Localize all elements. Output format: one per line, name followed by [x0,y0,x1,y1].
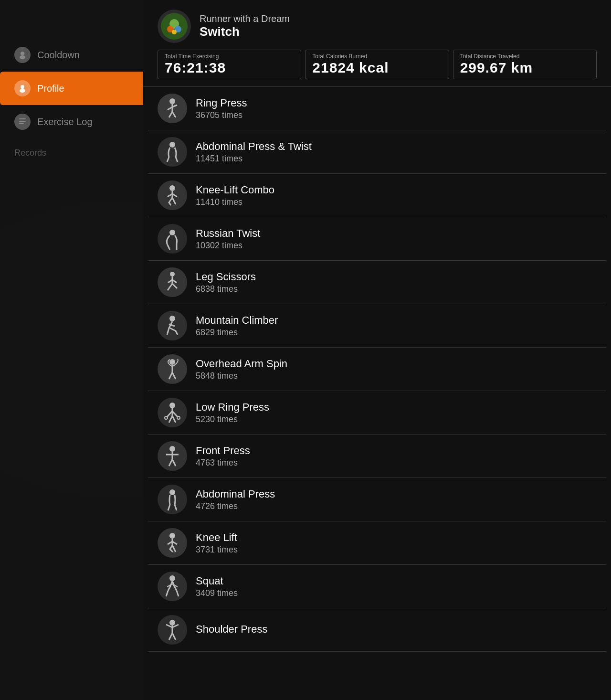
stats-row: Total Time Exercising 76:21:38 Total Cal… [158,50,597,79]
exercise-item: Squat 3409 times [148,565,606,608]
stat-calories: Total Calories Burned 21824 kcal [305,50,449,79]
stat-calories-value: 21824 kcal [312,60,442,76]
svg-point-35 [169,316,175,321]
svg-rect-5 [19,121,26,122]
exercise-name: Overhead Arm Spin [196,358,597,370]
exercise-avatar [158,224,187,254]
exercise-count: 6838 times [196,284,597,294]
exercise-item: Ring Press 36705 times [148,87,606,130]
svg-line-17 [172,112,176,117]
exercise-item: Mountain Climber 6829 times [148,304,606,348]
svg-line-63 [166,591,168,596]
profile-label: Profile [37,83,64,94]
svg-line-55 [168,505,170,510]
svg-line-61 [172,545,176,552]
exercise-avatar [158,528,187,558]
svg-rect-4 [19,118,26,119]
exercise-info: Front Press 4763 times [196,445,597,468]
exercise-item: Abdominal Press 4726 times [148,478,606,521]
profile-icon [14,80,31,96]
stat-distance-value: 299.67 km [460,60,590,76]
exercise-count: 3731 times [196,545,597,555]
exercise-count: 3409 times [196,588,597,598]
exercise-item: Low Ring Press 5230 times [148,391,606,435]
exercise-avatar [158,572,187,601]
exercise-avatar [158,615,187,645]
svg-line-71 [169,633,172,640]
svg-point-3 [20,89,25,93]
exercise-name: Mountain Climber [196,314,597,327]
exercise-info: Knee-Lift Combo 11410 times [196,184,597,207]
header: Runner with a Dream Switch Total Time Ex… [143,0,611,87]
exercise-item: Overhead Arm Spin 5848 times [148,348,606,391]
svg-point-18 [169,142,175,148]
svg-point-44 [165,416,168,419]
exercise-name: Knee Lift [196,531,597,544]
svg-point-62 [169,575,175,581]
svg-line-52 [169,459,172,466]
svg-line-34 [172,284,177,288]
sidebar: Cooldown Profile ‹ Exercise Log Records [0,0,143,700]
svg-line-16 [169,112,172,117]
exercise-count: 4726 times [196,501,597,511]
svg-point-26 [169,230,175,235]
svg-point-54 [169,489,175,495]
exercise-avatar [158,441,187,471]
svg-line-25 [172,198,176,204]
exercise-avatar [158,267,187,297]
exercise-item: Russian Twist 10302 times [148,217,606,261]
exercise-item: Shoulder Press [148,608,606,652]
sidebar-item-exercise-log[interactable]: Exercise Log [0,105,143,138]
profile-info: Runner with a Dream Switch [200,13,290,39]
exercise-count: 11410 times [196,197,597,207]
exercise-count: 6829 times [196,328,597,338]
exercise-name: Abdominal Press [196,488,597,500]
svg-rect-6 [19,123,24,124]
exercise-name: Low Ring Press [196,401,597,414]
exercise-list: Ring Press 36705 times Abdominal Press &… [143,87,611,652]
svg-line-46 [169,416,172,423]
exercise-info: Overhead Arm Spin 5848 times [196,358,597,381]
exercise-item: Leg Scissors 6838 times [148,261,606,304]
sidebar-item-cooldown[interactable]: Cooldown [0,38,143,72]
svg-line-38 [169,372,172,379]
svg-point-67 [169,620,175,626]
exercise-name: Squat [196,575,597,587]
svg-point-21 [169,185,175,191]
svg-point-40 [169,403,175,408]
svg-point-12 [169,98,175,104]
exercise-avatar [158,311,187,340]
exercise-name: Russian Twist [196,227,597,240]
exercise-info: Leg Scissors 6838 times [196,271,597,294]
svg-point-2 [21,85,24,89]
stat-time-label: Total Time Exercising [165,53,294,60]
svg-line-72 [172,633,176,640]
svg-line-27 [168,245,170,250]
exercise-avatar [158,485,187,514]
svg-line-19 [167,157,169,162]
exercise-info: Mountain Climber 6829 times [196,314,597,338]
exercise-info: Low Ring Press 5230 times [196,401,597,424]
exercise-count: 5230 times [196,414,597,424]
svg-line-56 [175,505,177,510]
svg-line-53 [172,459,176,466]
exercise-info: Abdominal Press & Twist 11451 times [196,140,597,164]
exercise-count: 5848 times [196,371,597,381]
exercise-name: Abdominal Press & Twist [196,140,597,153]
svg-line-39 [172,372,176,379]
exercise-info: Squat 3409 times [196,575,597,598]
svg-point-57 [169,533,175,539]
exercise-info: Shoulder Press [196,623,597,636]
svg-point-1 [20,55,25,59]
exercise-log-label: Exercise Log [37,117,93,127]
records-label: Records [0,143,143,163]
exercise-item: Abdominal Press & Twist 11451 times [148,130,606,174]
cooldown-icon [14,47,31,63]
svg-point-11 [172,30,177,34]
stat-calories-label: Total Calories Burned [312,53,442,60]
profile-row: Runner with a Dream Switch [158,10,597,43]
sidebar-item-profile[interactable]: Profile ‹ [0,72,143,105]
profile-avatar [158,10,191,43]
exercise-avatar [158,354,187,384]
exercise-avatar [158,180,187,210]
